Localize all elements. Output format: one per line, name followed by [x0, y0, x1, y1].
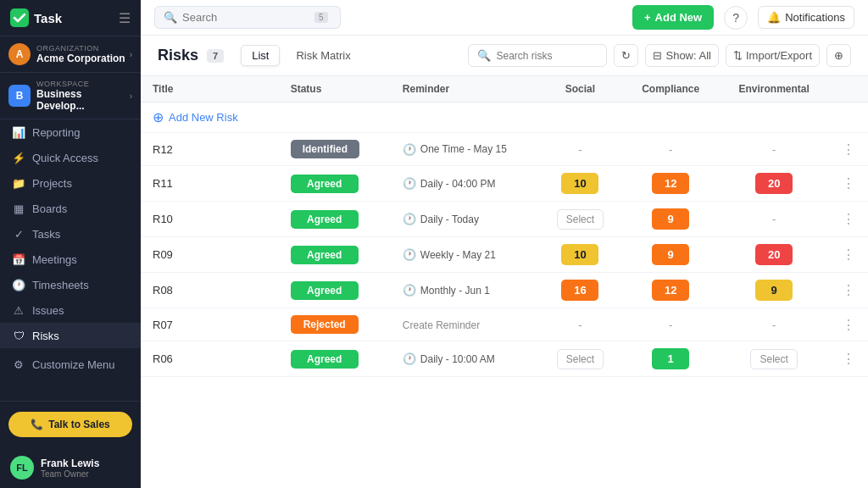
risk-more: ⋮ — [830, 133, 868, 166]
risk-environmental: - — [718, 202, 830, 237]
search-input[interactable] — [182, 11, 309, 24]
talk-to-sales-button[interactable]: 📞 Talk to Sales — [8, 412, 132, 437]
svg-rect-0 — [10, 8, 29, 27]
risk-social: Select — [537, 341, 624, 377]
reminder-cell: 🕐Daily - 10:00 AM — [403, 352, 526, 365]
sidebar-item-reporting[interactable]: 📊 Reporting — [0, 119, 141, 145]
risk-status: Agreed — [279, 166, 391, 202]
clock-icon: 🕐 — [403, 352, 416, 365]
import-export-button[interactable]: ⇅ Import/Export — [726, 44, 820, 67]
search-icon: 🔍 — [164, 11, 177, 24]
org-section[interactable]: A Organization Acme Corporation › — [0, 36, 141, 73]
risk-social: - — [537, 133, 624, 166]
reminder-cell: 🕐One Time - May 15 — [403, 143, 526, 156]
search-risks-box[interactable]: 🔍 — [468, 44, 607, 67]
select-value[interactable]: Select — [557, 349, 604, 369]
more-options-icon[interactable]: ⋮ — [842, 352, 855, 366]
header-actions: 🔍 ↻ ⊟ Show: All ⇅ Import/Export ⊕ — [468, 44, 851, 67]
org-label: Organization — [36, 44, 130, 53]
add-new-button[interactable]: + Add New — [632, 5, 714, 30]
view-tab-list[interactable]: List — [241, 45, 280, 66]
notifications-button[interactable]: 🔔 Notifications — [758, 6, 854, 29]
sidebar-item-risks[interactable]: 🛡 Risks — [0, 323, 141, 348]
score-value: 20 — [755, 244, 793, 265]
sidebar-item-projects[interactable]: 📁 Projects — [0, 170, 141, 196]
select-value[interactable]: Select — [557, 209, 604, 230]
sidebar-item-timesheets[interactable]: 🕐 Timesheets — [0, 272, 141, 297]
app-name: Task — [34, 11, 62, 25]
dash-value: - — [772, 319, 776, 331]
import-export-label: Import/Export — [746, 49, 812, 62]
more-options-icon[interactable]: ⋮ — [842, 283, 855, 297]
sidebar-item-customize[interactable]: ⚙ Customize Menu — [0, 352, 141, 377]
table-row: R12Identified🕐One Time - May 15---⋮ — [141, 133, 868, 166]
risk-environmental: Select — [718, 341, 830, 377]
sidebar-item-tasks[interactable]: ✓ Tasks — [0, 221, 141, 247]
risk-status: Agreed — [279, 237, 391, 273]
sidebar-item-label-meetings: Meetings — [32, 253, 77, 266]
talk-to-sales-label: Talk to Sales — [48, 419, 109, 430]
sidebar-item-issues[interactable]: ⚠ Issues — [0, 297, 141, 323]
more-options-icon[interactable]: ⋮ — [842, 176, 855, 191]
view-tab-risk-matrix[interactable]: Risk Matrix — [285, 45, 361, 66]
sidebar-item-label-timesheets: Timesheets — [32, 279, 89, 291]
more-options-icon[interactable]: ⋮ — [842, 212, 855, 226]
reminder-cell: 🕐Daily - Today — [403, 213, 526, 225]
sidebar-item-label-issues: Issues — [32, 304, 64, 317]
risks-icon: 🛡 — [12, 329, 25, 342]
more-options-icon[interactable]: ⋮ — [842, 142, 855, 157]
table-row: R10Agreed🕐Daily - TodaySelect9-⋮ — [141, 202, 868, 237]
sidebar-item-meetings[interactable]: 📅 Meetings — [0, 247, 141, 272]
risk-status: Rejected — [279, 308, 391, 341]
risks-count-badge: 7 — [207, 49, 224, 63]
risk-reminder: 🕐Daily - 10:00 AM — [391, 341, 537, 377]
col-compliance: Compliance — [623, 76, 718, 103]
show-all-button[interactable]: ⊟ Show: All — [645, 44, 718, 67]
risk-reminder: Create Reminder — [391, 308, 537, 341]
risk-environmental: 20 — [718, 166, 830, 202]
risk-title: R07 — [141, 308, 279, 341]
reporting-icon: 📊 — [12, 125, 25, 139]
refresh-button[interactable]: ↻ — [614, 44, 638, 67]
sidebar: Task ☰ A Organization Acme Corporation ›… — [0, 0, 141, 488]
help-button[interactable]: ? — [724, 6, 748, 30]
more-options-button[interactable]: ⊕ — [826, 44, 851, 67]
view-tabs: ListRisk Matrix — [241, 45, 362, 66]
dash-value: - — [669, 319, 672, 331]
search-box[interactable]: 🔍 5 — [154, 6, 341, 29]
workspace-label: Workspace — [36, 80, 130, 88]
sidebar-item-label-projects: Projects — [32, 177, 72, 190]
phone-icon: 📞 — [31, 419, 43, 430]
task-logo-icon — [10, 8, 29, 27]
risk-title: R12 — [141, 133, 279, 166]
score-value: 10 — [561, 173, 598, 194]
org-name: Acme Corporation — [36, 53, 130, 64]
score-value: 9 — [652, 244, 689, 265]
sidebar-item-label-quick-access: Quick Access — [32, 152, 98, 164]
risk-social: - — [537, 308, 624, 341]
sidebar-item-boards[interactable]: ▦ Boards — [0, 196, 141, 221]
sidebar-item-quick-access[interactable]: ⚡ Quick Access — [0, 145, 141, 170]
select-value[interactable]: Select — [750, 349, 797, 369]
status-badge: Agreed — [291, 210, 359, 229]
risk-reminder: 🕐Daily - Today — [391, 202, 537, 237]
dash-value: - — [772, 143, 776, 156]
create-reminder[interactable]: Create Reminder — [403, 319, 480, 331]
sidebar-item-label-risks: Risks — [32, 330, 59, 342]
more-options-icon[interactable]: ⋮ — [842, 247, 855, 262]
risks-tbody: ⊕ Add New Risk R12Identified🕐One Time - … — [141, 103, 868, 377]
search-risks-input[interactable] — [496, 50, 598, 62]
col-status: Status — [279, 76, 391, 103]
more-options-icon[interactable]: ⋮ — [842, 318, 855, 332]
risk-title: R10 — [141, 202, 279, 237]
add-risk-label: Add New Risk — [169, 111, 238, 124]
risk-compliance: 9 — [623, 202, 718, 237]
bell-icon: 🔔 — [767, 11, 781, 24]
sidebar-collapse-icon[interactable]: ☰ — [119, 10, 131, 26]
dash-value: - — [669, 143, 672, 156]
workspace-section[interactable]: B Workspace Business Develop... › — [0, 73, 141, 119]
add-risk-button[interactable]: ⊕ Add New Risk — [153, 109, 856, 125]
score-value: 10 — [561, 244, 598, 265]
risk-more: ⋮ — [830, 273, 868, 308]
add-risk-row[interactable]: ⊕ Add New Risk — [141, 103, 868, 133]
